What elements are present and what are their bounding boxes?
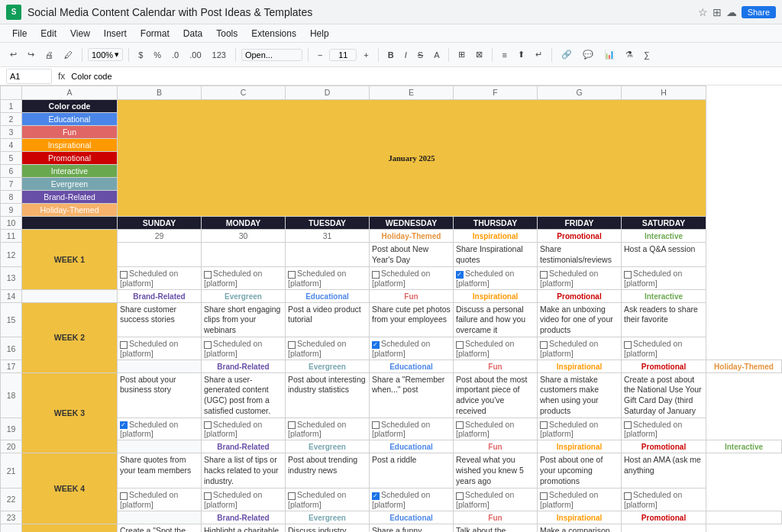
week3-label: WEEK 3 (22, 372, 118, 453)
formula-bar: A1 fx Color code (0, 67, 782, 85)
row-num-15: 15 (1, 302, 22, 337)
checkbox-w3-sun[interactable] (120, 421, 128, 429)
w2-content-wed: Share cute pet photos from your employee… (370, 302, 454, 337)
checkbox-w1-thu[interactable] (456, 271, 464, 279)
zoom-control[interactable]: 100% ▾ (88, 48, 123, 61)
row-23: 23 Brand-Related Evergreen Educational F… (1, 511, 782, 524)
checkbox-w1-wed[interactable] (372, 271, 380, 279)
font-size-input[interactable]: 11 (329, 49, 357, 61)
menu-extensions[interactable]: Extensions (245, 27, 302, 40)
zoom-dropdown-icon[interactable]: ▾ (115, 50, 119, 60)
decimal-increase-button[interactable]: .00 (186, 49, 205, 61)
checkbox-w2-mon[interactable] (204, 341, 212, 349)
checkbox-w3-thu[interactable] (456, 421, 464, 429)
col-header-d: D (286, 86, 370, 100)
checkbox-w1-sun[interactable] (120, 271, 128, 279)
checkbox-w4-sun[interactable] (120, 492, 128, 500)
checkbox-w3-sat[interactable] (624, 421, 632, 429)
format-123-button[interactable]: 123 (208, 49, 230, 61)
checkbox-w1-mon[interactable] (204, 271, 212, 279)
checkbox-w1-fri[interactable] (540, 271, 548, 279)
grid-wrapper[interactable]: A B C D E F G H 1 Color code January 202… (0, 85, 782, 532)
checkbox-w4-wed[interactable] (372, 492, 380, 500)
w1-sched-wed: Scheduled on [platform] (370, 267, 454, 289)
bold-button[interactable]: B (384, 49, 398, 61)
currency-button[interactable]: $ (134, 49, 147, 61)
menu-edit[interactable]: Edit (34, 27, 63, 40)
checkbox-w4-tue[interactable] (288, 492, 296, 500)
link-button[interactable]: 🔗 (557, 48, 576, 61)
menu-format[interactable]: Format (134, 27, 176, 40)
folder-icon[interactable]: ⊞ (713, 6, 722, 18)
checkbox-w3-mon[interactable] (204, 421, 212, 429)
w3-content-fri: Share a mistake customers make when usin… (538, 372, 622, 418)
menu-tools[interactable]: Tools (210, 27, 244, 40)
italic-button[interactable]: I (401, 49, 411, 61)
checkbox-w3-wed[interactable] (372, 421, 380, 429)
star-icon[interactable]: ☆ (698, 6, 708, 18)
menu-view[interactable]: View (64, 27, 96, 40)
strikethrough-button[interactable]: S (414, 49, 427, 61)
valign-button[interactable]: ⬆ (514, 48, 528, 61)
checkbox-w4-thu[interactable] (456, 492, 464, 500)
w2-cat-thu: Inspirational (473, 292, 518, 301)
text-color-button[interactable]: A (430, 49, 443, 61)
checkbox-w2-sun[interactable] (120, 341, 128, 349)
title-bar: S Social Media Content Calendar with Pos… (0, 0, 782, 24)
align-button[interactable]: ≡ (498, 49, 510, 61)
col-header-a: A (22, 86, 118, 100)
row-17: 17 Brand-Related Evergreen Educational F… (1, 360, 782, 372)
wrap-button[interactable]: ↵ (532, 48, 546, 61)
filter-button[interactable]: ⚗ (622, 48, 637, 61)
function-button[interactable]: ∑ (640, 49, 654, 61)
w1-cat-wed: Holiday-Themed (382, 232, 441, 240)
share-button[interactable]: Share (742, 6, 776, 18)
cell-reference[interactable]: A1 (6, 69, 52, 84)
borders-button[interactable]: ⊞ (454, 48, 469, 61)
checkbox-w4-fri[interactable] (540, 492, 548, 500)
w4-content-mon: Share a list of tips or hacks related to… (202, 453, 286, 488)
redo-button[interactable]: ↪ (24, 48, 38, 61)
checkbox-w1-sat[interactable] (624, 271, 632, 279)
menu-insert[interactable]: Insert (98, 27, 133, 40)
w2-content-fri: Make an unboxing video for one of your p… (538, 302, 622, 337)
checkbox-w2-sat[interactable] (624, 341, 632, 349)
undo-button[interactable]: ↩ (6, 48, 21, 61)
w5-cat-fri: Promotional (641, 514, 686, 522)
divider-3 (235, 48, 236, 62)
w1-content-sat: Host a Q&A session (622, 243, 706, 267)
w5-content-wed: Share a funny experience (370, 524, 454, 532)
font-size-increase[interactable]: + (360, 49, 372, 61)
w1-cat-sat: Interactive (645, 232, 683, 240)
font-size-decrease[interactable]: − (314, 49, 326, 61)
row-num-12: 12 (1, 243, 22, 267)
cloud-icon[interactable]: ☁ (726, 6, 737, 18)
toolbar: ↩ ↪ 🖨 🖊 100% ▾ $ % .0 .00 123 Open... − … (0, 43, 782, 67)
paint-format-button[interactable]: 🖊 (60, 49, 76, 61)
row-num-6: 6 (1, 165, 22, 178)
chart-button[interactable]: 📊 (600, 48, 619, 61)
w2-content-sun: Share customer success stories (118, 302, 202, 337)
font-selector[interactable]: Open... (241, 49, 302, 61)
menu-help[interactable]: Help (304, 27, 335, 40)
comment-button[interactable]: 💬 (579, 48, 597, 61)
merge-button[interactable]: ⊠ (472, 48, 486, 61)
checkbox-w3-tue[interactable] (288, 421, 296, 429)
checkbox-w3-fri[interactable] (540, 421, 548, 429)
print-button[interactable]: 🖨 (41, 49, 57, 61)
decimal-decrease-button[interactable]: .0 (168, 49, 183, 61)
checkbox-w4-mon[interactable] (204, 492, 212, 500)
menu-data[interactable]: Data (177, 27, 208, 40)
checkbox-w2-thu[interactable] (456, 341, 464, 349)
checkbox-w2-fri[interactable] (540, 341, 548, 349)
checkbox-w4-sat[interactable] (624, 492, 632, 500)
row-num-1: 1 (1, 100, 22, 113)
row-num-8: 8 (1, 191, 22, 204)
checkbox-w2-tue[interactable] (288, 341, 296, 349)
percent-button[interactable]: % (150, 49, 165, 61)
checkbox-w2-wed[interactable] (372, 341, 380, 349)
w5-content-fri: Make a comparison between your products … (538, 524, 622, 532)
checkbox-w1-tue[interactable] (288, 271, 296, 279)
w4-content-sat: Host an AMA (ask me anything (622, 453, 706, 488)
menu-file[interactable]: File (6, 27, 33, 40)
